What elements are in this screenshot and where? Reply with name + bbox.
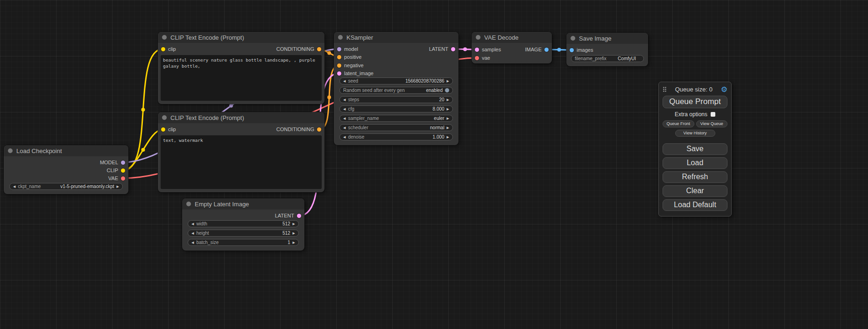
vae-slot-dot[interactable]: [475, 56, 479, 60]
increment-arrow-icon[interactable]: ▶: [447, 98, 449, 101]
node-title-bar[interactable]: CLIP Text Encode (Prompt): [158, 112, 325, 123]
input-slot-clip[interactable]: clip: [161, 126, 176, 133]
node-title-bar[interactable]: KSampler: [334, 32, 459, 43]
increment-arrow-icon[interactable]: ▶: [447, 79, 449, 83]
output-slot-model[interactable]: MODEL: [100, 159, 125, 166]
toggle-indicator[interactable]: [445, 88, 449, 92]
next-arrow-icon[interactable]: ▶: [447, 126, 449, 129]
input-slot-negative[interactable]: negative: [337, 62, 364, 69]
latent-slot-dot[interactable]: [475, 48, 479, 52]
decrement-arrow-icon[interactable]: ◀: [343, 107, 346, 111]
scheduler-widget[interactable]: ◀ scheduler normal ▶: [339, 124, 453, 131]
output-slot-image[interactable]: IMAGE: [525, 46, 549, 53]
prompt-textarea[interactable]: beautiful scenery nature glass bottle la…: [161, 55, 322, 101]
prompt-textarea[interactable]: text, watermark: [161, 135, 322, 189]
latent-slot-dot[interactable]: [337, 71, 341, 76]
load-button[interactable]: Load: [663, 157, 727, 169]
seed-widget[interactable]: ◀ seed 156680208700286 ▶: [339, 77, 453, 84]
node-clip-text-encode-positive[interactable]: CLIP Text Encode (Prompt) clip CONDITION…: [158, 32, 325, 104]
output-slot-clip[interactable]: CLIP: [107, 167, 125, 174]
next-arrow-icon[interactable]: ▶: [117, 185, 119, 188]
ckpt-name-widget[interactable]: ◀ ckpt_name v1-5-pruned-emaonly.ckpt ▶: [9, 183, 123, 190]
input-slot-samples[interactable]: samples: [475, 46, 501, 53]
decrement-arrow-icon[interactable]: ◀: [343, 79, 346, 83]
increment-arrow-icon[interactable]: ▶: [447, 135, 449, 139]
decrement-arrow-icon[interactable]: ◀: [343, 98, 346, 101]
input-slot-images[interactable]: images: [570, 46, 593, 54]
cfg-widget[interactable]: ◀ cfg 8.000 ▶: [339, 105, 453, 112]
refresh-button[interactable]: Refresh: [663, 171, 727, 183]
image-slot-dot[interactable]: [570, 48, 574, 52]
filename-prefix-widget[interactable]: filename_prefix ComfyUI: [571, 55, 644, 62]
extra-options-checkbox[interactable]: [711, 112, 715, 117]
sampler-name-widget[interactable]: ◀ sampler_name euler ▶: [339, 115, 453, 122]
collapse-dot[interactable]: [162, 35, 167, 40]
clip-slot-dot[interactable]: [161, 47, 165, 51]
increment-arrow-icon[interactable]: ▶: [293, 241, 295, 244]
conditioning-slot-dot[interactable]: [317, 127, 321, 132]
decrement-arrow-icon[interactable]: ◀: [191, 231, 194, 235]
settings-gear-icon[interactable]: ⚙: [721, 86, 727, 93]
clip-slot-dot[interactable]: [161, 127, 165, 132]
input-slot-latent-image[interactable]: latent_image: [337, 70, 374, 77]
image-slot-dot[interactable]: [544, 48, 549, 52]
prev-arrow-icon[interactable]: ◀: [13, 185, 15, 188]
node-title-bar[interactable]: Empty Latent Image: [182, 198, 304, 210]
node-vae-decode[interactable]: VAE Decode samples vae IMAGE: [472, 32, 552, 63]
view-queue-button[interactable]: View Queue: [696, 120, 728, 127]
collapse-dot[interactable]: [571, 36, 575, 41]
clip-slot-dot[interactable]: [121, 168, 125, 173]
random-seed-toggle-widget[interactable]: Random seed after every gen enabled: [339, 87, 453, 94]
drag-handle-icon[interactable]: [663, 86, 667, 92]
increment-arrow-icon[interactable]: ▶: [447, 107, 449, 111]
batch-size-widget[interactable]: ◀ batch_size 1 ▶: [188, 239, 299, 246]
steps-widget[interactable]: ◀ steps 20 ▶: [339, 96, 453, 103]
output-slot-conditioning[interactable]: CONDITIONING: [276, 45, 321, 53]
latent-slot-dot[interactable]: [451, 47, 455, 51]
collapse-dot[interactable]: [8, 148, 13, 153]
node-clip-text-encode-negative[interactable]: CLIP Text Encode (Prompt) clip CONDITION…: [158, 112, 325, 192]
view-history-button[interactable]: View History: [675, 130, 715, 137]
vae-slot-dot[interactable]: [121, 176, 125, 181]
increment-arrow-icon[interactable]: ▶: [293, 231, 295, 235]
decrement-arrow-icon[interactable]: ◀: [191, 222, 194, 225]
input-slot-positive[interactable]: positive: [337, 53, 361, 61]
save-button[interactable]: Save: [663, 143, 727, 155]
load-default-button[interactable]: Load Default: [663, 199, 727, 211]
collapse-dot[interactable]: [162, 115, 167, 120]
node-empty-latent-image[interactable]: Empty Latent Image LATENT ◀ width 512 ▶ …: [182, 198, 304, 251]
output-slot-latent[interactable]: LATENT: [429, 45, 455, 53]
height-widget[interactable]: ◀ height 512 ▶: [188, 230, 299, 237]
decrement-arrow-icon[interactable]: ◀: [191, 241, 194, 244]
denoise-widget[interactable]: ◀ denoise 1.000 ▶: [339, 133, 453, 140]
queue-prompt-button[interactable]: Queue Prompt: [663, 96, 727, 108]
clear-button[interactable]: Clear: [663, 185, 727, 197]
output-slot-conditioning[interactable]: CONDITIONING: [276, 126, 321, 133]
node-title-bar[interactable]: CLIP Text Encode (Prompt): [158, 32, 325, 43]
collapse-dot[interactable]: [476, 35, 480, 40]
latent-slot-dot[interactable]: [297, 214, 301, 218]
conditioning-slot-dot[interactable]: [337, 63, 341, 68]
comfy-menu-panel[interactable]: Queue size: 0 ⚙ Queue Prompt Extra optio…: [658, 82, 732, 217]
model-slot-dot[interactable]: [337, 47, 341, 51]
decrement-arrow-icon[interactable]: ◀: [343, 135, 346, 139]
increment-arrow-icon[interactable]: ▶: [293, 222, 295, 225]
node-title-bar[interactable]: VAE Decode: [472, 32, 552, 43]
collapse-dot[interactable]: [186, 202, 191, 206]
input-slot-model[interactable]: model: [337, 45, 358, 53]
output-slot-latent[interactable]: LATENT: [275, 212, 301, 219]
node-title-bar[interactable]: Load Checkpoint: [4, 145, 128, 156]
node-ksampler[interactable]: KSampler model positive negative latent_…: [334, 32, 459, 145]
width-widget[interactable]: ◀ width 512 ▶: [188, 220, 299, 227]
node-save-image[interactable]: Save Image images filename_prefix ComfyU…: [566, 33, 648, 66]
node-load-checkpoint[interactable]: Load Checkpoint MODEL CLIP VAE ◀ ckpt_na…: [4, 145, 128, 194]
node-title-bar[interactable]: Save Image: [566, 33, 648, 44]
conditioning-slot-dot[interactable]: [317, 47, 321, 51]
prev-arrow-icon[interactable]: ◀: [343, 126, 346, 129]
model-slot-dot[interactable]: [121, 161, 125, 165]
collapse-dot[interactable]: [338, 35, 343, 40]
prev-arrow-icon[interactable]: ◀: [343, 117, 346, 120]
input-slot-vae[interactable]: vae: [475, 54, 490, 62]
conditioning-slot-dot[interactable]: [337, 55, 341, 59]
next-arrow-icon[interactable]: ▶: [447, 117, 449, 120]
